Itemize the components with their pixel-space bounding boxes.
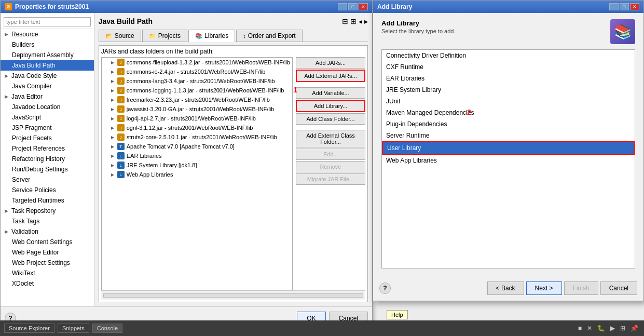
- collapse-icon[interactable]: ⊟: [342, 17, 348, 25]
- next-button[interactable]: Next >: [526, 281, 562, 295]
- sidebar-item-builders[interactable]: Builders: [1, 39, 94, 50]
- sidebar-item-run/debug-settings[interactable]: Run/Debug Settings: [1, 164, 94, 174]
- jars-list: ▶Jcommons-fileupload-1.3.2.jar - struts2…: [101, 57, 293, 290]
- library-item-user-library[interactable]: User Library: [382, 141, 635, 155]
- dialog-cancel-button[interactable]: Cancel: [600, 281, 637, 295]
- expand-jar-icon: ▶: [111, 70, 114, 74]
- sidebar-item-web-project-settings[interactable]: Web Project Settings: [1, 258, 94, 268]
- sidebar-item-java-code-style[interactable]: ▶Java Code Style: [1, 71, 94, 81]
- library-item-maven-managed-dependencies[interactable]: Maven Managed Dependencies: [382, 107, 635, 118]
- debug-icon[interactable]: 🐛: [596, 324, 607, 332]
- jar-item[interactable]: ▶LJRE System Library [jdk1.8]: [102, 160, 292, 170]
- library-item-jre-system-library[interactable]: JRE System Library: [382, 84, 635, 96]
- filter-input[interactable]: [4, 17, 91, 26]
- close-button[interactable]: ✕: [359, 3, 368, 10]
- sidebar-item-label: WikiText: [12, 270, 35, 277]
- page-title: Java Build Path: [99, 17, 368, 25]
- sidebar-item-java-build-path[interactable]: Java Build Path: [1, 60, 94, 71]
- dialog-help-button[interactable]: ?: [379, 283, 391, 294]
- sidebar-item-validation[interactable]: ▶Validation: [1, 226, 94, 237]
- sidebar-item-label: JavaScript: [12, 114, 41, 121]
- sidebar-item-wikitext[interactable]: WikiText: [1, 268, 94, 278]
- jar-item[interactable]: ▶Jfreemarker-2.3.23.jar - struts2001/Web…: [102, 95, 292, 104]
- jar-item[interactable]: ▶Jstruts2-core-2.5.10.1.jar - struts2001…: [102, 132, 292, 142]
- expand-icon[interactable]: ⊞: [350, 17, 357, 25]
- jar-label: Web App Libraries: [127, 171, 173, 178]
- jar-item[interactable]: ▶Jognl-3.1.12.jar - struts2001/WebRoot/W…: [102, 123, 292, 132]
- jar-item[interactable]: ▶LWeb App Libraries: [102, 170, 292, 179]
- sidebar-item-refactoring-history[interactable]: Refactoring History: [1, 154, 94, 164]
- sidebar-item-javascript[interactable]: JavaScript: [1, 112, 94, 123]
- dialog-close-button[interactable]: ✕: [630, 3, 639, 10]
- sidebar-item-label: XDoclet: [12, 280, 34, 287]
- jar-item[interactable]: ▶LEAR Libraries: [102, 151, 292, 160]
- sidebar-item-project-facets[interactable]: Project Facets: [1, 133, 94, 143]
- sidebar-item-task-tags[interactable]: Task Tags: [1, 216, 94, 226]
- nav-back-icon[interactable]: ◂: [359, 17, 362, 25]
- taskbar-item-source-explorer[interactable]: Source Explorer: [4, 324, 54, 333]
- action-btn-add-external-jars-[interactable]: Add External JARs...: [296, 70, 365, 82]
- library-item-cxf-runtime[interactable]: CXF Runtime: [382, 61, 635, 73]
- sidebar-item-task-repository[interactable]: ▶Task Repository: [1, 206, 94, 216]
- action-btn-edit-: Edit...: [296, 149, 365, 160]
- action-btn-add-external-class-folder-[interactable]: Add External Class Folder...: [296, 130, 365, 147]
- sidebar-item-deployment-assembly[interactable]: Deployment Assembly: [1, 50, 94, 60]
- sidebar-item-project-references[interactable]: Project References: [1, 143, 94, 154]
- library-item-connectivity-driver-definition[interactable]: Connectivity Driver Definition: [382, 50, 635, 61]
- dialog-body: Add Library Select the library type to a…: [373, 13, 643, 275]
- sidebar-item-javadoc-location[interactable]: Javadoc Location: [1, 102, 94, 112]
- library-item-junit[interactable]: JUnit: [382, 96, 635, 107]
- tab-libraries[interactable]: 📚Libraries: [188, 30, 235, 42]
- expand-arrow-icon: ▶: [5, 208, 8, 213]
- library-item-ear-libraries[interactable]: EAR Libraries: [382, 73, 635, 84]
- jar-item[interactable]: ▶Jcommons-logging-1.1.3.jar - struts2001…: [102, 86, 292, 95]
- stop-icon[interactable]: ■: [577, 324, 583, 332]
- pin-icon[interactable]: 📌: [629, 324, 640, 332]
- action-btn-add-jars-[interactable]: Add JARs...: [296, 57, 365, 69]
- sidebar-item-targeted-runtimes[interactable]: Targeted Runtimes: [1, 195, 94, 206]
- jar-item[interactable]: ▶Jjavassist-3.20.0-GA.jar - struts2001/W…: [102, 104, 292, 114]
- sidebar-item-service-policies[interactable]: Service Policies: [1, 185, 94, 195]
- tab-order-and-export[interactable]: ↕Order and Export: [236, 30, 303, 42]
- action-btn-add-class-folder-[interactable]: Add Class Folder...: [296, 113, 365, 125]
- library-item-server-runtime[interactable]: Server Runtime: [382, 130, 635, 141]
- sidebar-item-web-page-editor[interactable]: Web Page Editor: [1, 247, 94, 258]
- expand-console-icon[interactable]: ⊞: [619, 324, 627, 332]
- jar-item[interactable]: ▶Jcommons-io-2.4.jar - struts2001/WebRoo…: [102, 67, 292, 76]
- sidebar-item-java-editor[interactable]: ▶Java Editor: [1, 91, 94, 102]
- library-item-web-app-libraries[interactable]: Web App Libraries: [382, 155, 635, 166]
- action-btn-add-variable-[interactable]: Add Variable...: [296, 87, 365, 99]
- sidebar-item-label: JSP Fragment: [12, 124, 51, 131]
- annotation-1: 1: [293, 86, 297, 94]
- library-item-plug-in-dependencies[interactable]: Plug-in Dependencies: [382, 118, 635, 130]
- taskbar-item-console[interactable]: Console: [92, 324, 122, 333]
- nav-forward-icon[interactable]: ▸: [364, 17, 368, 25]
- finish-button[interactable]: Finish: [564, 281, 598, 295]
- sidebar-item-jsp-fragment[interactable]: JSP Fragment: [1, 123, 94, 133]
- tab-source[interactable]: 📂Source: [99, 30, 141, 42]
- jar-item[interactable]: ▶Jcommons-lang3-3.4.jar - struts2001/Web…: [102, 76, 292, 86]
- maximize-button[interactable]: □: [348, 3, 358, 10]
- back-button[interactable]: < Back: [487, 281, 524, 295]
- horizontal-scrollbar[interactable]: [103, 293, 363, 298]
- action-btn-add-library-[interactable]: Add Library...: [296, 100, 365, 112]
- minimize-button[interactable]: ─: [338, 3, 347, 10]
- jar-item[interactable]: ▶Jcommons-fileupload-1.3.2.jar - struts2…: [102, 58, 292, 67]
- dialog-maximize-button[interactable]: □: [620, 3, 629, 10]
- jar-label: ognl-3.1.12.jar - struts2001/WebRoot/WEB…: [127, 125, 253, 131]
- sidebar-item-server[interactable]: Server: [1, 174, 94, 185]
- taskbar-item-snippets[interactable]: Snippets: [58, 324, 89, 333]
- expand-jar-icon: ▶: [111, 88, 114, 93]
- sidebar-item-xdoclet[interactable]: XDoclet: [1, 278, 94, 289]
- sidebar-item-label: Java Build Path: [12, 62, 55, 69]
- library-list: Connectivity Driver DefinitionCXF Runtim…: [381, 49, 635, 268]
- tab-projects[interactable]: 📁Projects: [142, 30, 187, 42]
- terminate-icon[interactable]: ✕: [585, 324, 594, 332]
- sidebar-item-java-compiler[interactable]: Java Compiler: [1, 81, 94, 91]
- jar-item[interactable]: ▶Jlog4j-api-2.7.jar - struts2001/WebRoot…: [102, 114, 292, 123]
- dialog-minimize-button[interactable]: ─: [609, 3, 619, 10]
- sidebar-item-web-content-settings[interactable]: Web Content Settings: [1, 237, 94, 247]
- run-icon[interactable]: ▶: [609, 324, 616, 332]
- sidebar-item-resource[interactable]: ▶Resource: [1, 29, 94, 39]
- jar-item[interactable]: ▶TApache Tomcat v7.0 [Apache Tomcat v7.0…: [102, 142, 292, 151]
